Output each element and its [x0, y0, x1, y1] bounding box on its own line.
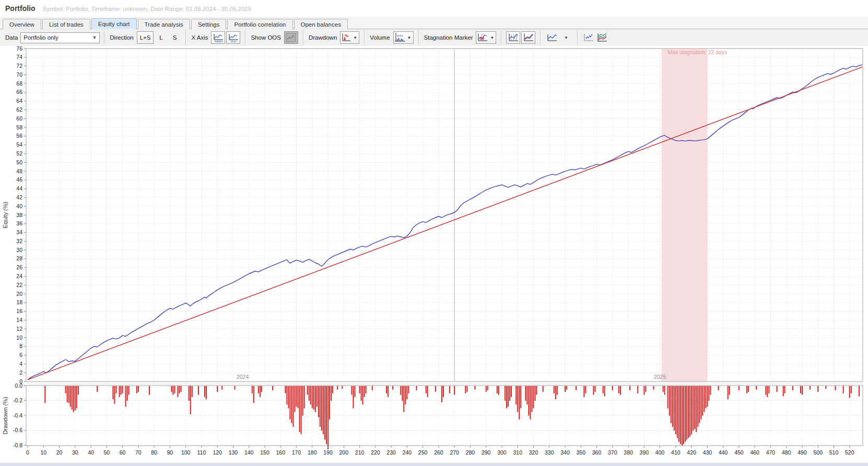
- drawdown-bar: [119, 386, 120, 397]
- xaxis-trades-button[interactable]: trades: [211, 31, 225, 44]
- drawdown-bar: [359, 386, 360, 393]
- svg-text:74: 74: [16, 54, 22, 60]
- tab-equity-chart[interactable]: Equity chart: [91, 18, 137, 29]
- drawdown-label: Drawdown: [309, 34, 337, 41]
- volume-mode-button[interactable]: auto ▼: [393, 31, 414, 44]
- drawdown-bar: [718, 386, 719, 391]
- svg-text:time: time: [231, 40, 236, 43]
- svg-text:440: 440: [719, 449, 728, 456]
- drawdown-bar: [315, 386, 316, 412]
- drawdown-bar: [792, 386, 793, 391]
- drawdown-bar: [329, 386, 330, 420]
- equity-drawdown-chart: Max stagnation: 22 days02468101214161820…: [0, 46, 868, 463]
- tab-settings[interactable]: Settings: [191, 19, 227, 29]
- bottom-strip: [0, 463, 868, 466]
- drawdown-bar: [528, 386, 529, 416]
- drawdown-bar: [555, 386, 556, 400]
- drawdown-bar: [286, 386, 287, 405]
- drawdown-bar: [511, 386, 512, 397]
- separator: [501, 31, 501, 44]
- drawdown-bar: [810, 386, 811, 390]
- svg-text:220: 220: [371, 449, 380, 456]
- svg-text:-0.2: -0.2: [13, 397, 22, 403]
- drawdown-bar: [672, 386, 673, 427]
- drawdown-bar: [671, 386, 672, 423]
- drawdown-bar: [675, 386, 676, 435]
- stagnation-marker-button[interactable]: all ▼: [476, 31, 496, 44]
- svg-text:140: 140: [244, 449, 254, 456]
- show-oos-button[interactable]: [284, 31, 298, 44]
- year-label: 2024: [237, 374, 249, 380]
- direction-l-button[interactable]: L: [155, 31, 167, 44]
- linear-trend: [28, 67, 862, 379]
- svg-text:370: 370: [608, 449, 617, 456]
- svg-text:70: 70: [135, 449, 142, 456]
- svg-text:450: 450: [734, 449, 744, 456]
- drawdown-bar: [403, 386, 404, 412]
- svg-text:22: 22: [16, 282, 22, 288]
- svg-text:26: 26: [16, 264, 22, 270]
- drawdown-bar: [851, 386, 852, 393]
- drawdown-bar: [174, 386, 175, 393]
- direction-ls-button[interactable]: L+S: [137, 31, 154, 44]
- svg-text:340: 340: [560, 449, 570, 456]
- drawdown-bar: [767, 386, 768, 397]
- data-select[interactable]: Portfolio only ▼: [20, 32, 100, 43]
- separator: [185, 31, 186, 44]
- xaxis-time-button[interactable]: time: [226, 31, 240, 44]
- svg-text:-0.6: -0.6: [13, 427, 22, 433]
- tab-list-of-trades[interactable]: List of trades: [42, 19, 90, 29]
- chevron-down-icon: ▼: [564, 35, 568, 40]
- line-style-button[interactable]: [545, 31, 559, 44]
- drawdown-bar: [693, 386, 694, 431]
- direction-s-button[interactable]: S: [168, 31, 181, 44]
- drawdown-bar: [323, 386, 324, 435]
- tab-open-balances[interactable]: Open balances: [294, 19, 348, 29]
- drawdown-bar: [70, 386, 71, 407]
- separator: [104, 31, 104, 44]
- svg-text:150: 150: [260, 449, 269, 456]
- svg-text:130: 130: [229, 449, 238, 456]
- svg-text:80: 80: [151, 449, 157, 456]
- drawdown-bar: [685, 386, 686, 442]
- svg-text:44: 44: [16, 185, 22, 192]
- svg-text:6: 6: [19, 352, 22, 358]
- svg-text:auto: auto: [397, 34, 403, 37]
- drawdown-bar: [402, 386, 403, 401]
- tab-trade-analysis[interactable]: Trade analysis: [138, 19, 190, 29]
- page-subtitle: Symbol: Portfolio, Timeframe: unknown, D…: [43, 6, 252, 12]
- drawdown-bar: [533, 386, 534, 409]
- chart-style-marks-button[interactable]: [506, 31, 520, 44]
- separator: [540, 31, 541, 44]
- drawdown-bar: [604, 386, 605, 397]
- svg-text:30: 30: [72, 449, 78, 456]
- drawdown-bar: [700, 386, 701, 420]
- svg-text:90: 90: [167, 449, 173, 456]
- drawdown-bar: [288, 386, 289, 409]
- chevron-down-icon: ▼: [92, 35, 97, 40]
- line-style-dropdown[interactable]: ▼: [560, 31, 572, 44]
- chart-style-filled-button[interactable]: [521, 31, 535, 44]
- multi-series-view-button[interactable]: [596, 31, 608, 44]
- drawdown-bar: [189, 386, 190, 401]
- svg-text:64: 64: [16, 98, 22, 104]
- svg-text:120: 120: [213, 449, 222, 456]
- svg-text:72: 72: [16, 63, 22, 69]
- equity-chart-panel[interactable]: Max stagnation: 22 days02468101214161820…: [0, 46, 868, 463]
- drawdown-bar: [498, 386, 499, 395]
- tab-portfolio-correlation[interactable]: Portfolio correlation: [227, 19, 292, 29]
- drawdown-bar: [682, 386, 683, 446]
- drawdown-mode-button[interactable]: % ▼: [340, 31, 359, 44]
- drawdown-bar: [73, 386, 74, 412]
- time-axis-icon: time: [228, 32, 239, 43]
- drawdown-bar: [729, 386, 730, 395]
- drawdown-axis-title: Drawdown (%): [2, 397, 8, 434]
- drawdown-bar: [849, 386, 850, 398]
- svg-text:280: 280: [466, 449, 475, 456]
- svg-text:56: 56: [16, 133, 22, 139]
- scatter-view-button[interactable]: [582, 31, 595, 44]
- drawdown-bar: [408, 386, 409, 393]
- separator: [364, 31, 365, 44]
- svg-text:all: all: [480, 37, 484, 40]
- tab-overview[interactable]: Overview: [3, 19, 41, 29]
